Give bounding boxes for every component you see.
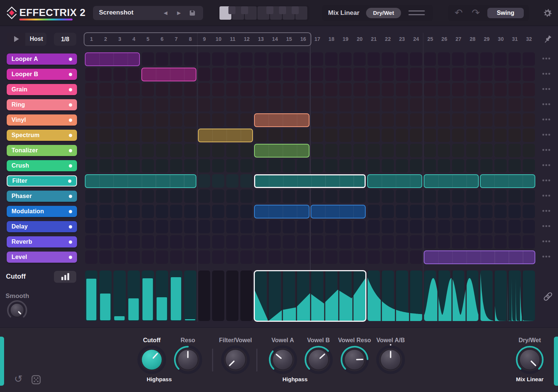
grid-cell[interactable] xyxy=(339,98,352,111)
grid-cell[interactable] xyxy=(480,52,493,66)
grid-cell[interactable] xyxy=(283,235,295,249)
preset-prev-icon[interactable]: ◀ xyxy=(164,10,167,16)
grid-cell[interactable] xyxy=(452,83,464,96)
grid-cell[interactable] xyxy=(325,52,337,66)
grid-cell[interactable] xyxy=(452,205,464,218)
grid-cell[interactable] xyxy=(128,250,140,264)
grid-cell[interactable] xyxy=(226,159,238,172)
grid-cell[interactable] xyxy=(99,220,112,233)
grid-cell[interactable] xyxy=(156,98,168,111)
grid-cell[interactable] xyxy=(523,129,535,142)
grid-cell[interactable] xyxy=(396,144,408,157)
grid-cell[interactable] xyxy=(311,98,323,111)
grid-cell[interactable] xyxy=(156,159,168,172)
grid-cell[interactable] xyxy=(438,98,450,111)
track-button-delay[interactable]: Delay xyxy=(7,221,77,232)
grid-cell[interactable] xyxy=(452,113,464,127)
grid-cell[interactable] xyxy=(198,83,211,96)
grid-cell[interactable] xyxy=(382,52,394,66)
lane-curve-decay[interactable] xyxy=(368,270,422,321)
grid-cell[interactable] xyxy=(325,83,337,96)
undo-icon[interactable]: ↶ xyxy=(455,8,463,17)
grid-cell[interactable] xyxy=(396,98,408,111)
pattern-black-key[interactable] xyxy=(292,6,299,14)
grid-cell[interactable] xyxy=(297,129,309,142)
grid-cell[interactable] xyxy=(142,220,154,233)
pattern-black-key[interactable] xyxy=(241,6,248,14)
grid-cell[interactable] xyxy=(113,113,126,127)
grid-cell[interactable] xyxy=(438,83,450,96)
grid-cell[interactable] xyxy=(99,159,112,172)
grid-cell[interactable] xyxy=(170,98,182,111)
track-enable-dot[interactable] xyxy=(69,88,72,91)
grid-cell[interactable] xyxy=(509,113,521,127)
grid-cell[interactable] xyxy=(368,250,380,264)
effect-block-tonalizer[interactable] xyxy=(254,144,309,158)
grid-cell[interactable] xyxy=(297,235,309,249)
grid-cell[interactable] xyxy=(128,159,140,172)
effect-block-vinyl[interactable] xyxy=(254,113,309,127)
grid-cell[interactable] xyxy=(480,113,493,127)
grid-cell[interactable] xyxy=(424,52,436,66)
randomize-dice-icon[interactable] xyxy=(31,375,41,385)
grid-cell[interactable] xyxy=(325,68,337,81)
grid-cell[interactable] xyxy=(283,159,295,172)
grid-cell[interactable] xyxy=(212,174,224,188)
smooth-knob[interactable] xyxy=(4,298,30,323)
grid-cell[interactable] xyxy=(466,235,478,249)
grid-cell[interactable] xyxy=(382,250,394,264)
grid-cell[interactable] xyxy=(170,220,182,233)
grid-cell[interactable] xyxy=(212,235,224,249)
lane-step-cell[interactable] xyxy=(212,270,224,321)
grid-cell[interactable] xyxy=(99,98,112,111)
grid-cell[interactable] xyxy=(410,113,422,127)
grid-cell[interactable] xyxy=(480,83,493,96)
grid-cell[interactable] xyxy=(424,129,436,142)
grid-cell[interactable] xyxy=(198,220,211,233)
grid-cell[interactable] xyxy=(254,159,267,172)
grid-cell[interactable] xyxy=(480,205,493,218)
grid-cell[interactable] xyxy=(523,68,535,81)
effect-block-filter[interactable] xyxy=(424,174,479,188)
grid-cell[interactable] xyxy=(184,189,196,203)
track-enable-dot[interactable] xyxy=(69,240,72,244)
grid-cell[interactable] xyxy=(283,189,295,203)
grid-cell[interactable] xyxy=(523,220,535,233)
vowel-a-knob[interactable] xyxy=(266,343,300,377)
grid-cell[interactable] xyxy=(254,189,267,203)
grid-cell[interactable] xyxy=(494,205,507,218)
grid-cell[interactable] xyxy=(142,205,154,218)
grid-cell[interactable] xyxy=(85,83,97,96)
grid-cell[interactable] xyxy=(382,144,394,157)
grid-cell[interactable] xyxy=(396,189,408,203)
grid-cell[interactable] xyxy=(311,250,323,264)
grid-cell[interactable] xyxy=(128,129,140,142)
grid-cell[interactable] xyxy=(85,144,97,157)
grid-cell[interactable] xyxy=(353,250,366,264)
grid-cell[interactable] xyxy=(368,159,380,172)
grid-cell[interactable] xyxy=(85,98,97,111)
track-button-reverb[interactable]: Reverb xyxy=(7,236,77,247)
grid-cell[interactable] xyxy=(99,205,112,218)
lane-step-cell[interactable] xyxy=(113,270,126,321)
grid-cell[interactable] xyxy=(212,144,224,157)
grid-cell[interactable] xyxy=(353,68,366,81)
grid-cell[interactable] xyxy=(396,113,408,127)
grid-cell[interactable] xyxy=(269,189,281,203)
grid-cell[interactable] xyxy=(113,83,126,96)
grid-cell[interactable] xyxy=(254,250,267,264)
grid-cell[interactable] xyxy=(311,52,323,66)
grid-cell[interactable] xyxy=(226,235,238,249)
grid-cell[interactable] xyxy=(240,174,253,188)
grid-cell[interactable] xyxy=(382,235,394,249)
grid-cell[interactable] xyxy=(438,235,450,249)
effect-block-looper-a[interactable] xyxy=(85,52,140,66)
grid-cell[interactable] xyxy=(170,250,182,264)
grid-cell[interactable] xyxy=(438,113,450,127)
row-menu-button[interactable] xyxy=(542,164,550,166)
grid-cell[interactable] xyxy=(452,98,464,111)
grid-cell[interactable] xyxy=(424,113,436,127)
grid-cell[interactable] xyxy=(142,113,154,127)
grid-cell[interactable] xyxy=(156,113,168,127)
grid-cell[interactable] xyxy=(438,189,450,203)
